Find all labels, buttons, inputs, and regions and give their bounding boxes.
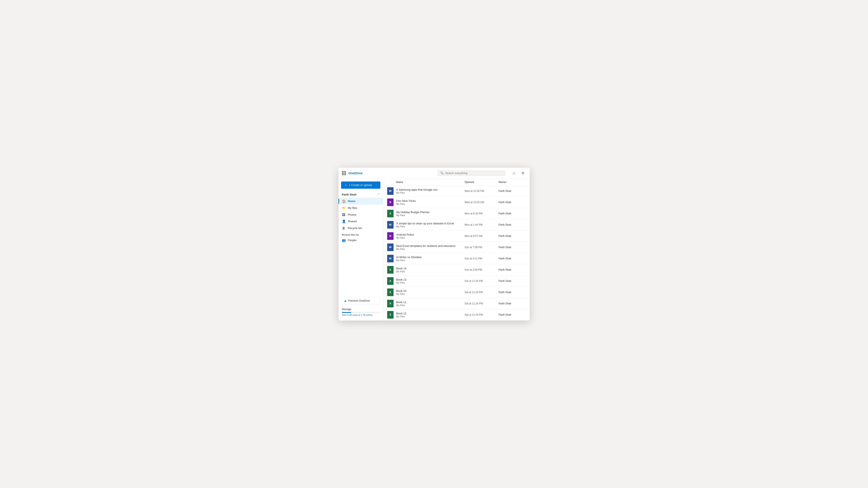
file-info-8: Book 13 My Files	[396, 278, 465, 284]
file-opened: Mon at 1:44 PM	[465, 223, 499, 226]
sidebar-item-shared[interactable]: 👤 Shared	[339, 218, 383, 225]
file-name: Book 12	[396, 312, 465, 315]
file-type-icon: X	[387, 300, 394, 307]
table-row[interactable]: W Best Excel templates for students and …	[383, 242, 530, 253]
premium-button[interactable]: ◈ Premium OneDrive	[341, 297, 380, 304]
file-location: My Files	[396, 304, 465, 306]
file-icon-wrap-2: X	[386, 210, 394, 217]
table-row[interactable]: W X Samsung apps that Google can My File…	[383, 186, 530, 197]
create-upload-button[interactable]: ＋ + Create or upload	[341, 182, 380, 189]
file-list-header: Name Opened Owner	[383, 179, 530, 186]
table-row[interactable]: X Book 11 My Files Sat at 11:24 PM Parth…	[383, 298, 530, 309]
photos-nav-label: Photos	[348, 213, 356, 216]
expand-icon: ⌃	[378, 193, 379, 196]
top-icons: ◇ ⚙	[510, 170, 526, 176]
file-owner: Parth Shah	[499, 257, 526, 260]
file-owner: Parth Shah	[499, 223, 526, 226]
app-grid-icon[interactable]	[342, 171, 346, 175]
file-icon-wrap-9: X	[386, 289, 394, 296]
table-row[interactable]: X Book 13 My Files Sat at 11:24 PM Parth…	[383, 275, 530, 287]
file-location: My Files	[396, 214, 465, 217]
settings-icon-button[interactable]: ⚙	[520, 170, 526, 176]
file-owner: Parth Shah	[499, 201, 526, 204]
sidebar-item-recycle-bin[interactable]: 🗑 Recycle bin	[339, 225, 383, 231]
file-info-10: Book 11 My Files	[396, 300, 465, 306]
file-owner: Parth Shah	[499, 302, 526, 305]
file-name: My Holiday Budget Planner	[396, 210, 465, 214]
file-info-0: X Samsung apps that Google can My Files	[396, 188, 465, 194]
sidebar-item-photos[interactable]: 🖼 Photos	[339, 212, 383, 218]
storage-text: 259.0 GB used of 1 TB (25%)	[342, 314, 379, 316]
table-row[interactable]: W iA Writer vs Obsidian My Files Sun at …	[383, 253, 530, 264]
file-owner: Parth Shah	[499, 234, 526, 237]
file-location: My Files	[396, 293, 465, 295]
sidebar-item-home[interactable]: 🏠 Home	[339, 198, 383, 205]
file-name: Book 11	[396, 300, 465, 304]
file-owner: Parth Shah	[499, 246, 526, 249]
app-window: OneDrive 🔍 ◇ ⚙ ＋ + Create or upload Part…	[339, 168, 530, 321]
table-row[interactable]: X Book 14 My Files Sun at 2:58 PM Parth …	[383, 264, 530, 275]
file-opened: Sun at 2:58 PM	[465, 268, 499, 271]
file-owner: Parth Shah	[499, 212, 526, 215]
file-name: X Samsung apps that Google can	[396, 188, 465, 191]
my-files-nav-label: My files	[348, 206, 357, 209]
table-row[interactable]: N Fire Stick Tricks My Files Wed at 10:2…	[383, 197, 530, 208]
file-info-6: iA Writer vs Obsidian My Files	[396, 256, 465, 261]
file-info-3: X simple tips to clean up your datasets …	[396, 222, 465, 228]
file-type-icon: X	[387, 289, 394, 296]
file-location: My Files	[396, 236, 465, 239]
file-owner: Parth Shah	[499, 190, 526, 193]
table-row[interactable]: N Android Police My Files Mon at 8:57 AM…	[383, 230, 530, 242]
home-nav-label: Home	[348, 199, 355, 203]
file-icon-wrap-6: W	[386, 255, 394, 262]
search-bar[interactable]: 🔍	[437, 170, 505, 176]
file-info-4: Android Police My Files	[396, 233, 465, 239]
file-info-11: Book 12 My Files	[396, 312, 465, 318]
diamond-icon: ◇	[513, 171, 515, 175]
file-opened: Sat at 11:24 PM	[465, 291, 499, 294]
table-row[interactable]: X Book 12 My Files Sat at 11:24 PM Parth…	[383, 309, 530, 321]
file-name: Fire Stick Tricks	[396, 199, 465, 202]
file-owner: Parth Shah	[499, 291, 526, 294]
file-type-icon: N	[387, 198, 394, 206]
file-type-icon: X	[387, 311, 394, 319]
storage-bar-fill	[342, 312, 351, 313]
my-files-nav-icon: 📁	[342, 206, 346, 210]
file-info-5: Best Excel templates for students and ed…	[396, 244, 465, 250]
sidebar-item-my-files[interactable]: 📁 My files	[339, 205, 383, 212]
file-icon-wrap-11: X	[386, 311, 394, 319]
column-owner-header: Owner	[499, 181, 506, 184]
sidebar: ＋ + Create or upload Parth Shah ⌃ 🏠 Home…	[339, 179, 383, 321]
file-opened: Mon at 6:10 PM	[465, 212, 499, 215]
storage-section: Storage 259.0 GB used of 1 TB (25%)	[339, 306, 383, 318]
file-opened: Wed at 10:25 AM	[465, 201, 499, 204]
search-icon: 🔍	[440, 171, 444, 175]
file-info-7: Book 14 My Files	[396, 267, 465, 273]
file-icon-wrap-1: N	[386, 198, 394, 206]
table-row[interactable]: X Book 10 My Files Sat at 11:24 PM Parth…	[383, 287, 530, 298]
user-section: Parth Shah ⌃	[339, 192, 383, 198]
file-type-icon: W	[387, 187, 394, 195]
search-input[interactable]	[445, 171, 503, 175]
file-location: My Files	[396, 282, 465, 284]
file-name: Book 13	[396, 278, 465, 281]
storage-label: Storage	[342, 308, 379, 311]
column-name-header: Name	[396, 181, 403, 184]
content-area: Name Opened Owner W X Samsung apps that …	[383, 179, 530, 321]
people-browse-label: People	[348, 238, 356, 242]
top-bar: OneDrive 🔍 ◇ ⚙	[339, 168, 530, 179]
file-icon-wrap-8: X	[386, 277, 394, 285]
file-icon-wrap-10: X	[386, 300, 394, 307]
diamond-icon-button[interactable]: ◇	[510, 170, 517, 176]
file-icon-wrap-0: W	[386, 187, 394, 195]
file-type-icon: X	[387, 266, 394, 273]
file-owner: Parth Shah	[499, 313, 526, 316]
table-row[interactable]: X My Holiday Budget Planner My Files Mon…	[383, 208, 530, 219]
browse-item-people[interactable]: 👥 People	[339, 237, 383, 244]
shared-nav-label: Shared	[348, 220, 357, 223]
recycle-bin-nav-icon: 🗑	[342, 226, 346, 230]
plus-icon: ＋	[344, 183, 347, 187]
file-type-icon: N	[387, 232, 394, 240]
premium-icon: ◈	[344, 299, 347, 302]
table-row[interactable]: W X simple tips to clean up your dataset…	[383, 219, 530, 230]
